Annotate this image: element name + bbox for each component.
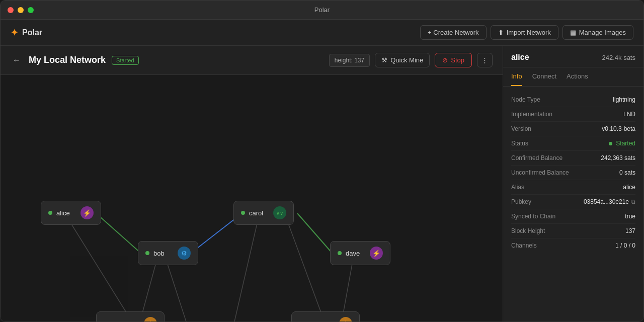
info-row-confirmed-balance: Confirmed Balance 242,363 sats (511, 151, 635, 166)
mine-icon: ⚒ (381, 56, 387, 64)
panel-body: Node Type lightning Implementation LND V… (503, 87, 643, 259)
alice-name: alice (56, 209, 76, 217)
svg-line-4 (141, 261, 156, 316)
bob-status-dot (145, 251, 149, 255)
implementation-value: LND (623, 111, 635, 118)
height-badge: height: 137 (329, 54, 370, 67)
info-row-alias: Alias alice (511, 180, 635, 195)
panel-tabs: Info Connect Actions (503, 67, 643, 87)
bob-name: bob (153, 250, 174, 257)
content-area: ← My Local Network Started height: 137 ⚒… (1, 46, 643, 322)
node-alice[interactable]: alice ⚡ (41, 201, 101, 225)
backend1-name: backend1 (112, 320, 140, 323)
status-text: Started (616, 140, 635, 147)
quick-mine-label: Quick Mine (390, 56, 423, 64)
info-row-block-height: Block Height 137 (511, 224, 635, 238)
import-network-label: Import Network (507, 29, 551, 36)
status-label: Status (511, 140, 528, 147)
block-height-label: Block Height (511, 227, 545, 234)
import-network-button[interactable]: ⬆ Import Network (491, 25, 558, 40)
info-row-status: Status Started (511, 136, 635, 151)
version-value: v0.10.3-beta (602, 125, 635, 132)
carol-status-dot (241, 211, 245, 215)
network-status-badge: Started (112, 56, 138, 65)
dave-status-dot (338, 251, 342, 255)
panel-sats: 242.4k sats (602, 54, 636, 61)
synced-value: true (625, 213, 635, 220)
panel-node-name: alice (511, 53, 529, 62)
status-value: Started (609, 140, 635, 147)
implementation-label: Implementation (511, 111, 552, 118)
backend3-bitcoin-icon: ₿ (339, 317, 352, 322)
node-carol[interactable]: carol ∧∨ (233, 201, 294, 225)
close-button[interactable] (8, 7, 14, 13)
info-row-nodetype: Node Type lightning (511, 93, 635, 107)
unconfirmed-balance-label: Unconfirmed Balance (511, 169, 569, 176)
more-options-button[interactable]: ⋮ (477, 53, 493, 67)
stop-label: Stop (451, 56, 464, 64)
alice-status-dot (48, 211, 52, 215)
alias-label: Alias (511, 184, 524, 191)
node-backend3[interactable]: backend3 ₿ (291, 311, 360, 322)
info-row-pubkey: Pubkey 03854a...30e21e ⧉ (511, 195, 635, 209)
create-network-button[interactable]: + Create Network (420, 25, 487, 40)
graph-area: alice ⚡ bob ⚙ carol ∧∨ (1, 75, 503, 322)
carol-lightning-icon: ∧∨ (273, 206, 286, 219)
carol-name: carol (249, 209, 269, 217)
svg-line-2 (297, 213, 333, 254)
bob-gear-icon: ⚙ (178, 247, 191, 260)
pubkey-label: Pubkey (511, 198, 531, 205)
nodetype-value: lightning (613, 96, 635, 103)
info-row-unconfirmed-balance: Unconfirmed Balance 0 sats (511, 166, 635, 180)
copy-icon[interactable]: ⧉ (631, 198, 635, 205)
confirmed-balance-label: Confirmed Balance (511, 154, 562, 162)
panel-header: alice 242.4k sats (503, 46, 643, 67)
manage-images-label: Manage Images (579, 29, 626, 36)
svg-line-8 (343, 261, 353, 316)
tab-info[interactable]: Info (511, 67, 522, 86)
logo-icon: ✦ (11, 27, 18, 38)
dave-name: dave (346, 250, 366, 257)
quick-mine-button[interactable]: ⚒ Quick Mine (375, 53, 430, 67)
tab-actions[interactable]: Actions (567, 67, 588, 86)
node-backend1[interactable]: backend1 ₿ (96, 311, 165, 322)
main-panel: ← My Local Network Started height: 137 ⚒… (1, 46, 503, 322)
node-dave[interactable]: dave ⚡ (330, 241, 390, 265)
alice-lightning-icon: ⚡ (80, 206, 94, 219)
synced-label: Synced to Chain (511, 213, 555, 220)
pubkey-row: 03854a...30e21e ⧉ (584, 198, 635, 205)
backend1-bitcoin-icon: ₿ (144, 317, 157, 322)
svg-line-3 (71, 223, 129, 316)
minimize-button[interactable] (18, 7, 24, 13)
tab-connect[interactable]: Connect (532, 67, 556, 86)
node-bob[interactable]: bob ⚙ (138, 241, 198, 265)
svg-line-5 (167, 261, 197, 322)
confirmed-balance-value: 242,363 sats (601, 154, 635, 162)
svg-line-0 (96, 213, 141, 254)
header-actions: + Create Network ⬆ Import Network ▦ Mana… (420, 25, 633, 40)
network-header: ← My Local Network Started height: 137 ⚒… (1, 46, 503, 75)
title-bar: Polar (1, 1, 643, 20)
pubkey-value: 03854a...30e21e (584, 198, 629, 205)
app-name: Polar (22, 28, 42, 37)
info-row-version: Version v0.10.3-beta (511, 122, 635, 136)
import-icon: ⬆ (498, 29, 504, 36)
channels-value: 1 / 0 / 0 (615, 242, 635, 249)
connections-svg (1, 75, 503, 322)
info-row-channels: Channels 1 / 0 / 0 (511, 238, 635, 253)
version-label: Version (511, 125, 531, 132)
channels-label: Channels (511, 242, 537, 249)
stop-icon: ⊘ (442, 56, 448, 64)
traffic-lights (8, 7, 34, 13)
svg-line-6 (227, 223, 257, 322)
app-window: Polar ✦ Polar + Create Network ⬆ Import … (0, 0, 644, 322)
manage-images-button[interactable]: ▦ Manage Images (562, 25, 633, 40)
status-dot (609, 142, 612, 145)
maximize-button[interactable] (28, 7, 34, 13)
window-title: Polar (314, 6, 330, 14)
svg-line-7 (287, 221, 323, 316)
back-button[interactable]: ← (11, 54, 23, 67)
images-icon: ▦ (570, 29, 576, 36)
nodetype-label: Node Type (511, 96, 540, 103)
stop-button[interactable]: ⊘ Stop (435, 53, 472, 67)
